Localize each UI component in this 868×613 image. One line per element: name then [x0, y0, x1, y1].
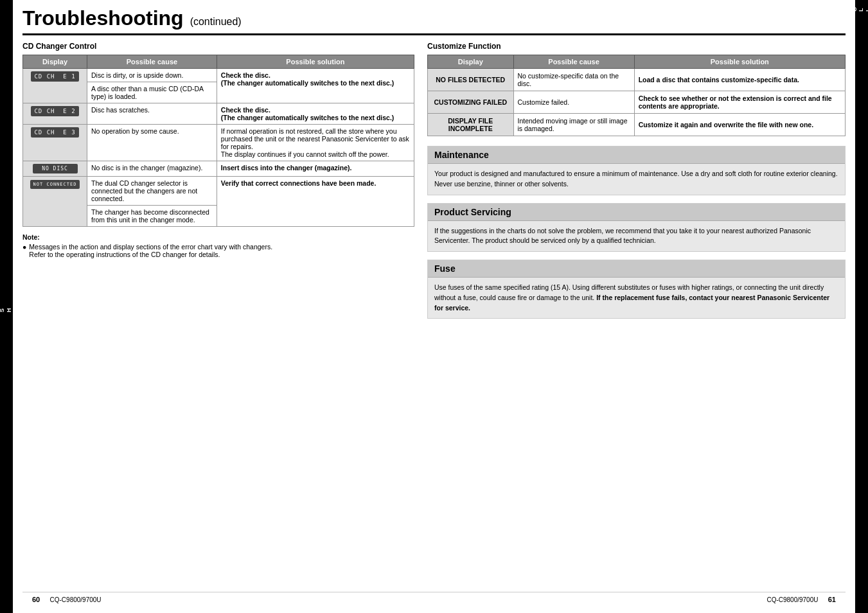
- table-row: NO DISC No disc is in the changer (magaz…: [23, 161, 414, 177]
- page-header: Troubleshooting (continued): [22, 6, 846, 35]
- table-row: CD CH E 1 Disc is dirty, or is upside do…: [23, 69, 414, 82]
- solution-cell-nodisc: Insert discs into the changer (magazine)…: [217, 161, 414, 177]
- display-box-cde1: CD CH E 1: [31, 71, 78, 82]
- left-language-tab: ENGLISH: [0, 0, 13, 613]
- table-row: CUSTOMIZING FAILED Customize failed. Che…: [428, 91, 846, 114]
- product-servicing-content: If the suggestions in the charts do not …: [428, 221, 845, 252]
- left-column: CD Changer Control Display Possible caus…: [22, 42, 414, 592]
- solution-bold-custfailed: Check to see whether or not the extensio…: [639, 94, 832, 110]
- left-tab-text: ENGLISH: [0, 307, 13, 312]
- display-cell-notconn: NOT CONNECTED: [23, 177, 87, 227]
- maintenance-box: Maintenance Your product is designed and…: [427, 146, 846, 195]
- col-header-cause: Possible cause: [87, 55, 217, 69]
- display-box-nodisc: NO DISC: [33, 164, 78, 173]
- col-header-solution: Possible solution: [217, 55, 414, 69]
- note-section: Note: ● Messages in the action and displ…: [22, 233, 414, 258]
- table-row: CD CH E 2 Disc has scratches. Check the …: [23, 103, 414, 125]
- table-row: DISPLAY FILE INCOMPLETE Intended moving …: [428, 114, 846, 136]
- col-header-display: Display: [23, 55, 87, 69]
- product-servicing-title: Product Servicing: [428, 204, 845, 221]
- solution-bold-nofiles: Load a disc that contains customize-spec…: [639, 76, 799, 84]
- display-label-incomplete: DISPLAY FILE INCOMPLETE: [428, 114, 514, 136]
- customize-section-title: Customize Function: [427, 42, 846, 51]
- maintenance-content: Your product is designed and manufacture…: [428, 164, 845, 195]
- cause-incomplete: Intended moving image or still image is …: [513, 114, 634, 136]
- model-num-left: CQ-C9800/9700U: [50, 596, 102, 603]
- solution-bold-incomplete: Customize it again and overwrite the fil…: [639, 121, 813, 129]
- display-box-notconn: NOT CONNECTED: [30, 180, 80, 189]
- solution-incomplete: Customize it again and overwrite the fil…: [634, 114, 845, 136]
- solution-bold-cde2: Check the disc.(The changer automaticall…: [221, 106, 394, 121]
- page-subtitle: (continued): [190, 16, 242, 28]
- footer-left: 60 CQ-C9800/9700U: [32, 596, 102, 603]
- note-title: Note:: [22, 233, 414, 241]
- maintenance-title: Maintenance: [428, 147, 845, 164]
- table-row: NOT CONNECTED The dual CD changer select…: [23, 177, 414, 206]
- page-container: ENGLISH Troubleshooting (continued) CD C…: [0, 0, 868, 613]
- cause-nofiles: No customize-specific data on the disc.: [513, 69, 634, 91]
- cd-changer-table: Display Possible cause Possible solution…: [22, 55, 414, 227]
- solution-cell-cde2: Check the disc.(The changer automaticall…: [217, 103, 414, 125]
- table-row: NO FILES DETECTED No customize-specific …: [428, 69, 846, 91]
- display-cell-cde2: CD CH E 2: [23, 103, 87, 125]
- solution-bold-notconn: Verify that correct connections have bee…: [221, 179, 376, 187]
- solution-bold-cde1: Check the disc.(The changer automaticall…: [221, 71, 394, 87]
- right-column: Customize Function Display Possible caus…: [427, 42, 846, 592]
- fuse-content: Use fuses of the same specified rating (…: [428, 278, 845, 318]
- display-label-nofiles: NO FILES DETECTED: [428, 69, 514, 91]
- cause-cell-dualcd: The dual CD changer selector is connecte…: [87, 177, 217, 206]
- solution-custfailed: Check to see whether or not the extensio…: [634, 91, 845, 114]
- cause-cell-nooperation: No operation by some cause.: [87, 125, 217, 161]
- columns-container: CD Changer Control Display Possible caus…: [22, 42, 846, 592]
- solution-cell-cde3: If normal operation is not restored, cal…: [217, 125, 414, 161]
- solution-bold-nodisc: Insert discs into the changer (magazine)…: [221, 164, 352, 172]
- customize-table: Display Possible cause Possible solution…: [427, 55, 846, 136]
- solution-cell-notconn: Verify that correct connections have bee…: [217, 177, 414, 227]
- cause-cell-nodisc: No disc is in the changer (magazine).: [87, 161, 217, 177]
- cause-cell-notmusic: A disc other than a music CD (CD-DA type…: [87, 82, 217, 103]
- fuse-title: Fuse: [428, 260, 845, 278]
- cd-changer-section-title: CD Changer Control: [22, 42, 414, 51]
- footer-right: CQ-C9800/9700U 61: [766, 596, 836, 603]
- display-label-custfailed: CUSTOMIZING FAILED: [428, 91, 514, 114]
- page-num-right: 61: [828, 596, 836, 603]
- table-row: CD CH E 3 No operation by some cause. If…: [23, 125, 414, 161]
- cust-col-solution: Possible solution: [634, 55, 845, 69]
- display-cell-cde3: CD CH E 3: [23, 125, 87, 161]
- fuse-box: Fuse Use fuses of the same specified rat…: [427, 260, 846, 319]
- cause-cell-dirty: Disc is dirty, or is upside down.: [87, 69, 217, 82]
- page-title: Troubleshooting: [22, 6, 184, 30]
- cust-col-display: Display: [428, 55, 514, 69]
- main-content: Troubleshooting (continued) CD Changer C…: [13, 0, 855, 613]
- cause-cell-disconnected: The changer has become disconnected from…: [87, 206, 217, 227]
- note-bullet: ● Messages in the action and display sec…: [22, 243, 414, 258]
- cause-custfailed: Customize failed.: [513, 91, 634, 114]
- cause-cell-scratches: Disc has scratches.: [87, 103, 217, 125]
- display-cell-nodisc: NO DISC: [23, 161, 87, 177]
- product-servicing-box: Product Servicing If the suggestions in …: [427, 203, 846, 253]
- model-num-right: CQ-C9800/9700U: [766, 596, 818, 603]
- right-language-tab: ENGLISH: [855, 0, 868, 613]
- page-num-left: 60: [32, 596, 40, 603]
- solution-cell-cde1: Check the disc.(The changer automaticall…: [217, 69, 414, 103]
- solution-nofiles: Load a disc that contains customize-spec…: [634, 69, 845, 91]
- note-text: Messages in the action and display secti…: [29, 243, 272, 258]
- cust-col-cause: Possible cause: [513, 55, 634, 69]
- display-box-cde2: CD CH E 2: [31, 106, 78, 116]
- right-tab-text: ENGLISH: [837, 6, 868, 12]
- bullet-symbol: ●: [22, 243, 26, 258]
- bottom-bar: 60 CQ-C9800/9700U CQ-C9800/9700U 61: [22, 592, 846, 607]
- display-cell-cde1: CD CH E 1: [23, 69, 87, 103]
- display-box-cde3: CD CH E 3: [31, 127, 78, 138]
